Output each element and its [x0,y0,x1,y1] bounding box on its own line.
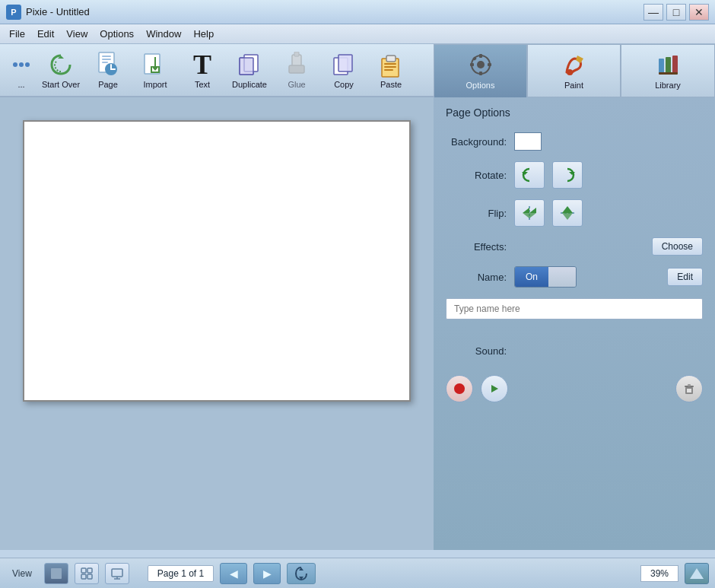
svg-rect-4 [102,56,111,57]
maximize-button[interactable]: □ [666,4,686,21]
svg-marker-50 [690,568,704,579]
background-row: Background: [446,132,703,151]
window-title: Pixie - Untitled [26,6,644,17]
flip-vertical-button[interactable] [552,199,583,227]
page-canvas[interactable] [23,120,411,402]
zoom-display: 39% [640,565,678,582]
minimize-button[interactable]: — [644,4,663,21]
svg-rect-38 [688,384,691,386]
delete-sound-button[interactable] [675,375,703,402]
options-tab-icon [469,52,493,79]
svg-rect-24 [479,54,482,58]
main-area: Page Options Background: Rotate: [0,97,715,550]
toggle-off-option[interactable] [548,267,576,287]
toggle-on-option[interactable]: On [515,267,548,287]
text-button[interactable]: T Text [180,47,225,93]
duplicate-button[interactable]: Duplicate [227,47,272,93]
svg-rect-13 [289,65,304,73]
copy-icon [330,51,358,78]
record-button[interactable] [446,375,473,402]
refresh-button[interactable] [287,563,316,584]
glue-icon [283,51,310,78]
svg-point-23 [477,61,485,68]
svg-point-0 [13,62,17,67]
copy-button[interactable]: Copy [321,47,367,93]
svg-point-29 [567,69,573,75]
menu-edit[interactable]: Edit [31,27,60,41]
tab-library[interactable]: Library [621,44,715,97]
svg-rect-16 [338,55,352,72]
toolbar: ... Start Over [0,44,434,97]
tab-paint[interactable]: Paint [527,44,621,97]
rotate-left-button[interactable] [514,161,545,189]
window-controls: — □ ✕ [644,4,709,21]
view-present-button[interactable] [105,563,129,584]
close-button[interactable]: ✕ [689,4,709,21]
app-icon: P [6,5,21,20]
more-button[interactable]: ... [6,47,37,93]
paste-icon [377,51,405,78]
menu-file[interactable]: File [3,27,31,41]
import-icon [141,51,169,78]
sound-controls [446,375,703,402]
name-row: Name: On Edit [446,266,703,288]
flip-label: Flip: [446,208,507,219]
effects-row: Effects: Choose [446,237,703,256]
svg-rect-31 [666,57,671,74]
svg-rect-6 [102,62,108,63]
panel-tabs: Options Paint L [434,44,715,97]
svg-rect-44 [87,568,92,573]
view-single-button[interactable] [44,563,68,584]
paste-button[interactable]: Paste [368,47,414,93]
svg-rect-26 [470,63,474,66]
view-label: View [6,568,38,579]
play-button[interactable] [481,375,508,402]
menu-help[interactable]: Help [187,27,220,41]
svg-rect-30 [659,59,664,74]
paint-tab-icon [562,52,586,79]
tab-options[interactable]: Options [434,44,527,97]
duplicate-icon [236,51,263,78]
svg-rect-42 [51,568,62,579]
svg-rect-11 [240,58,253,75]
svg-point-1 [19,62,24,67]
sound-label: Sound: [446,345,507,357]
page-button[interactable]: Page [85,47,131,93]
start-over-button[interactable]: Start Over [38,47,84,93]
svg-rect-25 [479,72,482,75]
more-icon [8,51,35,78]
flip-row: Flip: [446,199,703,227]
zoom-button[interactable] [685,563,709,584]
glue-button[interactable]: Glue [274,47,319,93]
svg-rect-45 [81,574,86,579]
edit-name-button[interactable]: Edit [667,268,703,286]
choose-effects-button[interactable]: Choose [652,237,703,256]
flip-horizontal-button[interactable] [514,199,545,227]
background-color-picker[interactable] [514,132,542,151]
title-bar: P Pixie - Untitled — □ ✕ [0,0,715,24]
next-page-button[interactable]: ▶ [253,563,281,584]
start-over-icon [47,51,75,78]
name-input-row [446,298,703,319]
menu-view[interactable]: View [60,27,94,41]
svg-rect-32 [672,56,678,74]
menu-window[interactable]: Window [140,27,187,41]
menu-bar: File Edit View Options Window Help [0,24,715,44]
svg-point-2 [25,62,30,67]
svg-rect-18 [386,56,396,62]
status-bar: View Page 1 of 1 ◀ ▶ [0,558,715,588]
view-grid-button[interactable] [75,563,99,584]
rotate-right-button[interactable] [552,161,583,189]
svg-marker-35 [491,385,498,393]
import-button[interactable]: Import [132,47,178,93]
svg-point-34 [454,383,465,394]
page-indicator: Page 1 of 1 [148,565,214,582]
right-panel: Page Options Background: Rotate: [434,97,715,550]
menu-options[interactable]: Options [94,27,140,41]
svg-rect-46 [87,574,92,579]
svg-rect-21 [384,69,393,71]
prev-page-button[interactable]: ◀ [220,563,247,584]
name-toggle[interactable]: On [514,266,577,288]
svg-rect-43 [81,568,86,573]
name-text-input[interactable] [446,298,703,319]
